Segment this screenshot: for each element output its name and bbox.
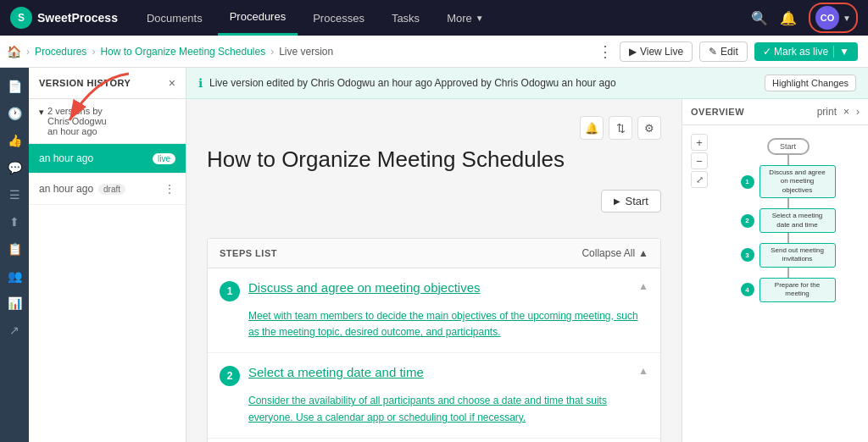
step-item-3: 3 Send out meeting invitations xyxy=(208,439,660,442)
sidebar-icon-list[interactable]: ☰ xyxy=(3,183,26,207)
logo[interactable]: S SweetProcess xyxy=(10,7,118,29)
version-panel-header: VERSION HISTORY × xyxy=(29,68,186,99)
nav-item-processes[interactable]: Processes xyxy=(301,0,376,36)
step-collapse-1[interactable]: ▲ xyxy=(638,280,648,292)
view-live-icon: ▶ xyxy=(629,46,637,58)
nav-item-more[interactable]: More ▼ xyxy=(435,0,496,36)
mark-as-live-button[interactable]: ✓ Mark as live ▼ xyxy=(754,42,858,61)
more-options-button[interactable]: ⋮ xyxy=(598,44,613,59)
flow-node-box-3[interactable]: Send out meeting invitations xyxy=(760,243,836,268)
settings-icon[interactable]: ⚙ xyxy=(637,116,661,140)
highlight-changes-button[interactable]: Highlight Changes xyxy=(765,75,856,91)
version-badge-live: live xyxy=(153,153,175,164)
overview-print[interactable]: print xyxy=(817,106,837,118)
step-description-2[interactable]: Consider the availability of all partici… xyxy=(248,393,648,425)
nav-item-documents[interactable]: Documents xyxy=(135,0,214,36)
procedure-main: 🔔 ⇅ ⚙ How to Organize Meeting Schedules … xyxy=(186,99,682,442)
main-layout: 📄 🕐 👍 💬 ☰ ⬆ 📋 👥 📊 ↗ VERSION HISTORY × ▾ … xyxy=(0,68,868,442)
avatar: CO xyxy=(815,6,839,30)
mark-live-dropdown-arrow: ▼ xyxy=(833,46,849,58)
step-header-1: 1 Discuss and agree on meeting objective… xyxy=(220,280,648,301)
edit-button[interactable]: ✎ Edit xyxy=(699,41,748,62)
nav-right-section: 🔍 🔔 CO ▼ xyxy=(751,3,858,33)
search-icon[interactable]: 🔍 xyxy=(751,10,768,26)
start-label: Start xyxy=(626,195,648,207)
start-play-icon: ▶ xyxy=(614,196,620,206)
step-number-2: 2 xyxy=(220,366,240,386)
sidebar-icon-up[interactable]: ⬆ xyxy=(3,210,26,234)
flow-connector-1 xyxy=(787,155,789,165)
step-number-1: 1 xyxy=(220,281,240,301)
flow-node-box-2[interactable]: Select a meeting date and time xyxy=(760,208,836,233)
diagram-controls: + − ⤢ xyxy=(691,134,708,188)
sidebar-icon-document[interactable]: 📄 xyxy=(3,75,26,98)
flow-connector-3 xyxy=(787,233,789,243)
left-sidebar: 📄 🕐 👍 💬 ☰ ⬆ 📋 👥 📊 ↗ xyxy=(0,68,29,442)
version-expand: ▾ 2 versions by Chris Odogwu an hour ago xyxy=(39,106,175,136)
breadcrumb-sep-2: › xyxy=(92,46,95,58)
nav-item-tasks[interactable]: Tasks xyxy=(380,0,431,36)
step-item-1: 1 Discuss and agree on meeting objective… xyxy=(208,268,660,353)
version-panel-close-button[interactable]: × xyxy=(169,76,175,90)
step-collapse-2[interactable]: ▲ xyxy=(638,365,648,377)
version-info: ▾ 2 versions by Chris Odogwu an hour ago xyxy=(29,99,186,144)
columns-icon[interactable]: ⇅ xyxy=(609,116,632,140)
nav-item-procedures[interactable]: Procedures xyxy=(218,0,298,36)
sidebar-icon-clipboard[interactable]: 📋 xyxy=(3,237,26,261)
sidebar-icon-arrow[interactable]: ↗ xyxy=(3,318,26,342)
more-dropdown-arrow: ▼ xyxy=(476,14,484,23)
breadcrumb-bar: 🏠 › Procedures › How to Organize Meeting… xyxy=(0,36,868,68)
flow-node-4: 4 Prepare for the meeting xyxy=(741,278,836,302)
notifications-icon[interactable]: 🔔 xyxy=(780,10,797,26)
flow-node-num-1: 1 xyxy=(741,175,754,189)
page-breadcrumb[interactable]: How to Organize Meeting Schedules xyxy=(100,46,265,58)
step-item-2: 2 Select a meeting date and time ▲ Consi… xyxy=(208,353,660,438)
step-title-1[interactable]: Discuss and agree on meeting objectives xyxy=(248,280,481,295)
procedure-content: 🔔 ⇅ ⚙ How to Organize Meeting Schedules … xyxy=(186,99,868,442)
overview-header: OVERVIEW print × › xyxy=(682,99,868,125)
version-time-1: an hour ago xyxy=(39,152,93,164)
overview-close-icon[interactable]: × xyxy=(843,106,849,118)
content-area: ℹ Live version edited by Chris Odogwu an… xyxy=(186,68,868,442)
user-menu[interactable]: CO ▼ xyxy=(809,3,858,33)
flow-connector-2 xyxy=(787,198,789,208)
fit-diagram-button[interactable]: ⤢ xyxy=(691,171,708,188)
flow-node-num-2: 2 xyxy=(741,214,754,228)
overview-title: OVERVIEW xyxy=(691,107,744,117)
breadcrumb-sep-3: › xyxy=(270,46,274,58)
view-live-button[interactable]: ▶ View Live xyxy=(620,41,693,62)
zoom-in-button[interactable]: + xyxy=(691,134,708,151)
version-options-button[interactable]: ⋮ xyxy=(164,182,175,196)
sidebar-icon-like[interactable]: 👍 xyxy=(3,129,26,152)
step-header-2: 2 Select a meeting date and time ▲ xyxy=(220,365,648,386)
start-button[interactable]: ▶ Start xyxy=(601,190,661,213)
version-badge-draft: draft xyxy=(98,184,125,195)
flow-start-node: Start xyxy=(767,138,810,155)
sidebar-icon-chart[interactable]: 📊 xyxy=(3,291,26,315)
collapse-all-button[interactable]: Collapse All ▲ xyxy=(581,247,648,259)
logo-text: SweetProcess xyxy=(37,11,118,25)
step-title-2[interactable]: Select a meeting date and time xyxy=(248,365,424,379)
top-navigation: S SweetProcess Documents Procedures Proc… xyxy=(0,0,868,36)
sidebar-icon-comment[interactable]: 💬 xyxy=(3,156,26,180)
steps-list-label: STEPS LIST xyxy=(220,248,277,258)
version-history-title: VERSION HISTORY xyxy=(39,78,131,88)
zoom-out-button[interactable]: − xyxy=(691,152,708,169)
flow-node-box-4[interactable]: Prepare for the meeting xyxy=(760,278,836,302)
flow-node-box-1[interactable]: Discuss and agree on meeting objectives xyxy=(760,165,836,198)
version-entry-live[interactable]: an hour ago live xyxy=(29,144,186,174)
notification-text: Live version edited by Chris Odogwu an h… xyxy=(209,77,758,89)
steps-header: STEPS LIST Collapse All ▲ xyxy=(208,239,660,268)
step-description-1[interactable]: Meet with team members to decide the mai… xyxy=(248,308,648,340)
sidebar-icon-users[interactable]: 👥 xyxy=(3,264,26,288)
bell-icon[interactable]: 🔔 xyxy=(580,116,604,140)
version-draft-group: an hour ago draft xyxy=(39,183,125,195)
procedures-breadcrumb[interactable]: Procedures xyxy=(35,46,86,58)
version-entry-draft[interactable]: an hour ago draft ⋮ xyxy=(29,174,186,205)
overview-panel: OVERVIEW print × › + − ⤢ Sta xyxy=(682,99,868,442)
home-link[interactable]: 🏠 xyxy=(7,45,21,58)
flow-diagram: Start 1 Discuss and agree on meeting obj… xyxy=(716,134,860,302)
overview-expand-icon[interactable]: › xyxy=(856,106,860,118)
sidebar-icon-history[interactable]: 🕐 xyxy=(3,102,26,125)
version-time-2: an hour ago xyxy=(39,183,93,195)
